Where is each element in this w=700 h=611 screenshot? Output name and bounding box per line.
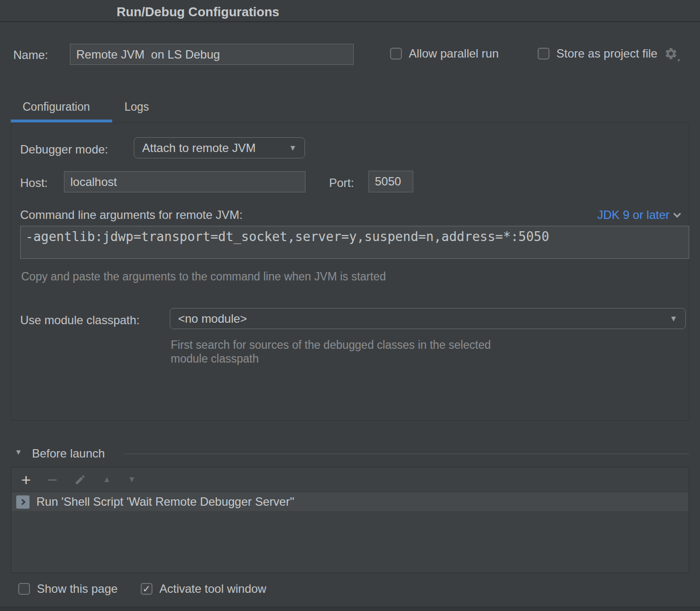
port-label: Port: (329, 176, 354, 190)
host-label: Host: (20, 176, 48, 190)
dialog-title: Run/Debug Configurations (117, 4, 279, 20)
jdk-version-selector[interactable]: JDK 9 or later (597, 208, 680, 222)
host-input[interactable] (64, 171, 305, 192)
allow-parallel-run-option[interactable]: Allow parallel run (390, 47, 499, 61)
configuration-panel: Debugger mode: Attach to remote JVM ▼ Ho… (11, 122, 689, 421)
store-as-project-file-label: Store as project file (556, 47, 657, 61)
debugger-mode-label: Debugger mode: (20, 143, 108, 156)
jdk-version-chevron-icon (673, 210, 681, 217)
show-this-page-label: Show this page (37, 582, 118, 596)
jdk-version-link[interactable]: JDK 9 or later (597, 208, 670, 222)
before-launch-collapse-toggle[interactable]: ▼ (15, 448, 22, 457)
port-input[interactable] (368, 171, 413, 192)
add-task-button[interactable]: + (21, 471, 31, 488)
module-classpath-label: Use module classpath: (20, 313, 140, 327)
activate-tool-window-checkbox[interactable]: ✓ (141, 583, 152, 595)
module-classpath-hint-line2: module classpath (171, 352, 259, 366)
dropdown-arrow-icon: ▼ (289, 144, 297, 152)
debugger-mode-value: Attach to remote JVM (142, 141, 256, 155)
before-launch-separator (124, 454, 689, 454)
collapse-triangle-icon: ▼ (15, 448, 22, 456)
gear-dropdown-arrow-icon: ▾ (677, 57, 680, 63)
run-chevron-icon (19, 499, 26, 505)
module-classpath-hint-line1: First search for sources of the debugged… (171, 338, 491, 352)
store-settings-gear-icon[interactable]: ▾ (664, 47, 678, 61)
store-as-project-file-option[interactable]: Store as project file ▾ (538, 47, 678, 61)
dropdown-arrow-icon: ▼ (670, 315, 677, 323)
allow-parallel-run-label: Allow parallel run (409, 47, 499, 61)
before-launch-toolbar: + − ▲ ▼ (11, 467, 689, 492)
name-label: Name: (13, 48, 48, 62)
move-up-button[interactable]: ▲ (103, 475, 111, 485)
edit-task-button[interactable] (74, 474, 86, 486)
tab-logs[interactable]: Logs (124, 100, 149, 114)
before-launch-listbox: + − ▲ ▼ Run 'Shell Script 'Wait Remote D… (11, 467, 689, 573)
move-down-button[interactable]: ▼ (128, 475, 136, 485)
allow-parallel-run-checkbox[interactable] (390, 48, 402, 60)
args-hint: Copy and paste the arguments to the comm… (21, 270, 386, 283)
args-label: Command line arguments for remote JVM: (20, 208, 243, 222)
before-launch-task-label: Run 'Shell Script 'Wait Remote Debugger … (36, 495, 294, 509)
show-this-page-option[interactable]: Show this page (18, 582, 118, 596)
remove-task-button[interactable]: − (48, 471, 58, 488)
dialog-bottom-edge (0, 607, 700, 611)
name-input[interactable] (70, 44, 354, 65)
module-classpath-value: <no module> (178, 312, 247, 326)
debugger-mode-dropdown[interactable]: Attach to remote JVM ▼ (134, 137, 305, 158)
pencil-icon (74, 474, 86, 486)
store-as-project-file-checkbox[interactable] (538, 48, 549, 60)
activate-tool-window-option[interactable]: ✓ Activate tool window (141, 582, 266, 596)
module-classpath-dropdown[interactable]: <no module> ▼ (170, 308, 686, 329)
before-launch-task-row[interactable]: Run 'Shell Script 'Wait Remote Debugger … (12, 492, 688, 511)
args-textarea[interactable]: -agentlib:jdwp=transport=dt_socket,serve… (20, 226, 689, 259)
dialog-titlebar: Run/Debug Configurations (0, 0, 700, 22)
activate-tool-window-label: Activate tool window (159, 582, 266, 596)
tab-configuration[interactable]: Configuration (23, 100, 90, 114)
before-launch-title: Before launch (32, 447, 105, 460)
show-this-page-checkbox[interactable] (18, 583, 30, 595)
run-shell-script-icon (16, 495, 30, 509)
